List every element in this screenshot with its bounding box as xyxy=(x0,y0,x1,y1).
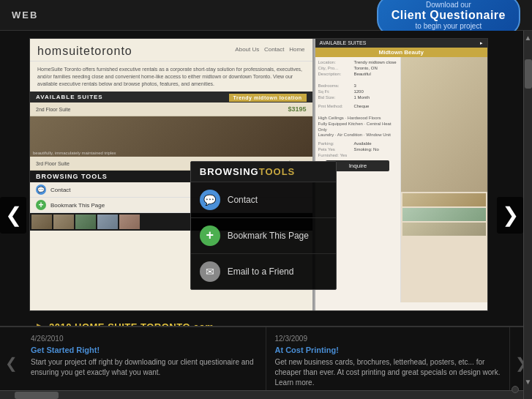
suite-photo-3 xyxy=(75,215,96,229)
trendy-banner: Trendy midtown location xyxy=(229,94,307,102)
site-detail: AVAILABLE SUITES ▸ Midtown Beauty Locati… xyxy=(314,39,488,310)
bookmark-mini-icon: + xyxy=(36,200,46,210)
suite-photo-4 xyxy=(97,215,118,229)
site-body-text: HomeSuite Toronto offers furnished execu… xyxy=(30,61,312,92)
news-item-2: 12/3/2009 At Cost Printing! Get new busi… xyxy=(266,327,511,399)
suite-photo-5 xyxy=(119,215,140,229)
detail-amenities: High Ceilings · Hardwood Floors Fully Eq… xyxy=(318,116,398,138)
nav-next-button[interactable]: ❯ xyxy=(497,197,523,234)
site-nav: About Us Contact Home xyxy=(235,46,304,53)
available-suites-header: AVAILABLE SUITES Trendy midtown location xyxy=(30,92,312,102)
detail-header: AVAILABLE SUITES ▸ xyxy=(315,39,488,48)
main-content: homsuitetoronto About Us Contact Home Ho… xyxy=(0,31,532,399)
scrollbar-h-thumb[interactable] xyxy=(15,392,59,399)
news-date-1: 4/26/2010 xyxy=(31,335,257,343)
suite-item-1: 2nd Floor Suite $3195 xyxy=(30,102,312,116)
news-title-1[interactable]: Get Started Right! xyxy=(31,346,257,354)
suite-price-1: $3195 xyxy=(288,105,306,113)
bt-bookmark-label: Bookmark This Page xyxy=(228,231,309,241)
top-bar: WEB Download our Client Questionaire to … xyxy=(0,0,532,31)
news-body-2: Get new business cards, brochures, lette… xyxy=(275,357,501,388)
bt-contact-item[interactable]: 💬 Contact xyxy=(191,182,336,218)
suite-photo-1 xyxy=(31,215,52,229)
detail-body: Location: Trendy midtown close City, Pro… xyxy=(315,57,488,302)
image-caption: beautifully, immaculately maintained tri… xyxy=(33,151,116,155)
news-prev-button[interactable]: ❮ xyxy=(0,327,22,399)
resize-handle[interactable] xyxy=(512,386,519,393)
suite-thumb-1 xyxy=(402,193,486,206)
scrollbar-horizontal[interactable] xyxy=(0,390,523,399)
bt-contact-label: Contact xyxy=(228,195,258,205)
news-item-1: 4/26/2010 Get Started Right! Start your … xyxy=(22,327,266,399)
site-image: beautifully, immaculately maintained tri… xyxy=(30,116,312,157)
cta-sub: to begin your project xyxy=(416,22,482,30)
detail-photo xyxy=(401,57,487,192)
scrollbar-thumb[interactable] xyxy=(525,59,532,89)
detail-right xyxy=(401,57,487,302)
cta-small: Download our xyxy=(426,1,471,9)
scroll-up-arrow[interactable]: ▲ xyxy=(525,34,532,42)
nav-prev-button[interactable]: ❮ xyxy=(0,197,26,234)
suite-thumb-2 xyxy=(402,208,486,221)
scroll-down-arrow[interactable]: ▼ xyxy=(525,378,532,386)
news-section: ❮ 4/26/2010 Get Started Right! Start you… xyxy=(0,326,532,399)
cta-big: Client Questionaire xyxy=(391,9,506,22)
detail-title: Midtown Beauty xyxy=(315,48,488,57)
site-logo: homsuitetoronto xyxy=(37,45,132,57)
website-screenshot: homsuitetoronto About Us Contact Home Ho… xyxy=(30,39,487,310)
website-screenshot-panel: homsuitetoronto About Us Contact Home Ho… xyxy=(29,38,488,311)
site-header: homsuitetoronto About Us Contact Home xyxy=(30,39,312,61)
detail-desc: Description: Beautiful xyxy=(318,72,398,76)
suite-name-2: 3rd Floor Suite xyxy=(36,161,70,166)
bt-email-item[interactable]: ✉ Email to a Friend xyxy=(191,254,336,289)
bt-email-label: Email to a Friend xyxy=(228,266,294,277)
suite-thumb-3 xyxy=(402,223,486,236)
detail-price: City, Pro... Toronto, ON xyxy=(318,66,398,70)
suite-photo-2 xyxy=(53,215,74,229)
scrollbar-vertical[interactable]: ▲ ▼ xyxy=(523,31,532,399)
news-date-2: 12/3/2009 xyxy=(275,335,501,343)
news-title-2[interactable]: At Cost Printing! xyxy=(275,346,501,354)
bookmark-icon: + xyxy=(200,225,220,246)
detail-location: Location: Trendy midtown close xyxy=(318,60,398,64)
contact-icon: 💬 xyxy=(200,190,220,210)
news-body-1: Start your project off right by download… xyxy=(31,357,257,378)
contact-mini-icon: 💬 xyxy=(36,184,46,195)
browsing-tools-overlay: BROWSINGTOOLS 💬 Contact + Bookmark This … xyxy=(190,161,337,290)
bt-overlay-header: BROWSINGTOOLS xyxy=(191,162,336,182)
bt-bookmark-item[interactable]: + Bookmark This Page xyxy=(191,218,336,254)
email-icon: ✉ xyxy=(200,261,220,282)
suite-name-1: 2nd Floor Suite xyxy=(36,107,70,112)
section-label: WEB xyxy=(12,10,38,20)
